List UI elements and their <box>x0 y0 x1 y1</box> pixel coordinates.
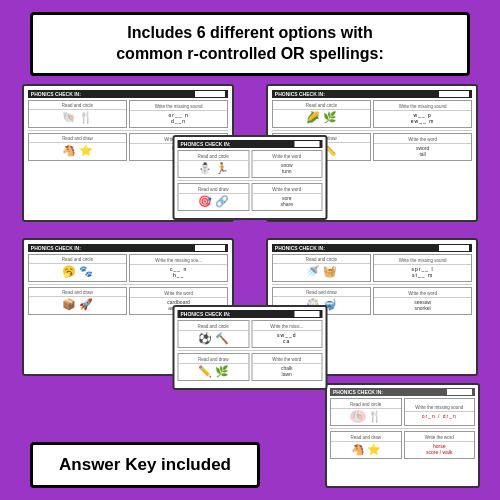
ws1-missing-sound: Write the missing sound or__ n d__n <box>129 100 228 128</box>
middle-ws-read-circle: Read and circle ⛄ 🏃 <box>178 150 250 178</box>
ws2-read-circle: Read and circle 🌽 🌿 <box>272 100 371 128</box>
ws2-missing-sound: Write the missing sound w__ p ew__ m <box>373 100 472 128</box>
ws3-header: PHONICS CHECK IN: <box>28 244 228 252</box>
ws1-header: PHONICS CHECK IN: <box>28 90 228 98</box>
title-line1: Includes 6 different options with <box>47 23 453 44</box>
title-line2: common r-controlled OR spellings: <box>47 44 453 65</box>
bottom-mid-ws-word: Write the word chalk lawn <box>251 353 323 381</box>
middle-worksheet: PHONICS CHECK IN: Read and circle ⛄ 🏃 Wr… <box>173 135 328 220</box>
middle-ws-write-word: Write the word snow tunn <box>251 150 323 178</box>
ws1-read-draw: Read and draw 🐴 ⭐ <box>28 133 127 161</box>
answer-key-worksheet: PHONICS CHECK IN: Read and circle 🐚 🍴 Wr… <box>325 383 480 488</box>
ws3-read-draw: Read and draw 📦 🚀 <box>28 287 127 315</box>
bottom-middle-worksheet: PHONICS CHECK IN: Read and circle ⚽ 🔨 Wr… <box>173 305 328 390</box>
ws4-read-circle: Read and circle 🚿 🧺 <box>272 254 371 282</box>
ws2-write-word: Write the word sword tall <box>373 133 472 161</box>
answer-key-box: Answer Key included <box>30 442 260 488</box>
ak-ws-draw: Read and draw 🐴 ⭐ <box>330 431 402 459</box>
ws3-missing-sound: Write the missing sou... c__ n h__ <box>129 254 228 282</box>
title-box: Includes 6 different options with common… <box>30 12 470 76</box>
ws4-header: PHONICS CHECK IN: <box>272 244 472 252</box>
bottom-mid-ws-draw: Read and draw ✏️ 🌿 <box>178 353 250 381</box>
ws4-write-word: Write the word seesaw snorkel <box>373 287 472 315</box>
ak-ws-circle: Read and circle 🐚 🍴 <box>330 398 402 426</box>
answer-key-label: Answer Key included <box>59 455 231 474</box>
bottom-mid-ws-circle: Read and circle ⚽ 🔨 <box>178 320 250 348</box>
middle-ws-word2: Write the word sore share <box>251 183 323 211</box>
middle-ws-read-draw: Read and draw 🎯 🔗 <box>178 183 250 211</box>
ws4-missing-sound: Write the missing sound spr__ l st__ m <box>373 254 472 282</box>
middle-ws-header: PHONICS CHECK IN: <box>178 140 323 148</box>
bottom-mid-ws-header: PHONICS CHECK IN: <box>178 310 323 318</box>
ak-ws-word: Write the word horse score / walk <box>404 431 476 459</box>
ws2-header: PHONICS CHECK IN: <box>272 90 472 98</box>
bottom-mid-ws-missing: Write the missi... sw__d ca <box>251 320 323 348</box>
ak-ws-missing: Write the missing sound or_n / dr_n <box>404 398 476 426</box>
ws3-read-circle: Read and circle 🥱 🐾 <box>28 254 127 282</box>
ak-ws-header: PHONICS CHECK IN: <box>330 388 475 396</box>
ws1-read-circle: Read and circle 🐚 🍴 <box>28 100 127 128</box>
